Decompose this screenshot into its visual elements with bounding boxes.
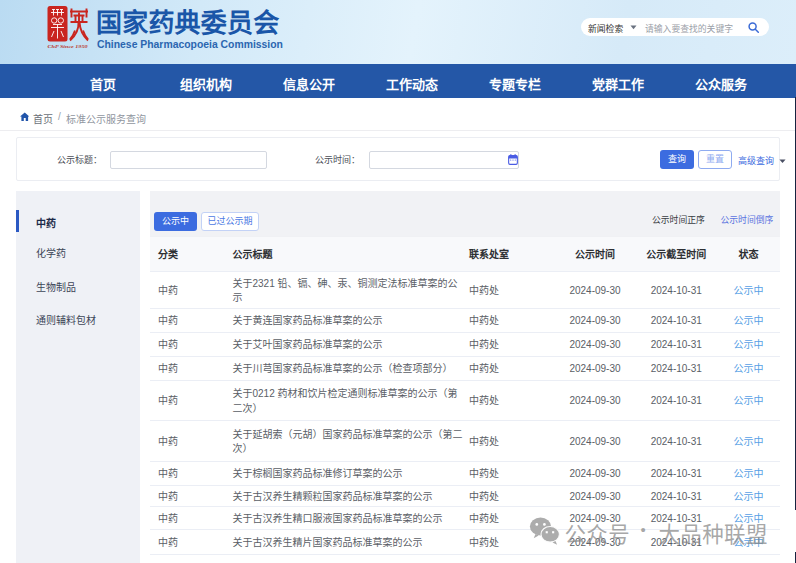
svg-text:ChP Since 1950: ChP Since 1950 — [48, 44, 89, 49]
